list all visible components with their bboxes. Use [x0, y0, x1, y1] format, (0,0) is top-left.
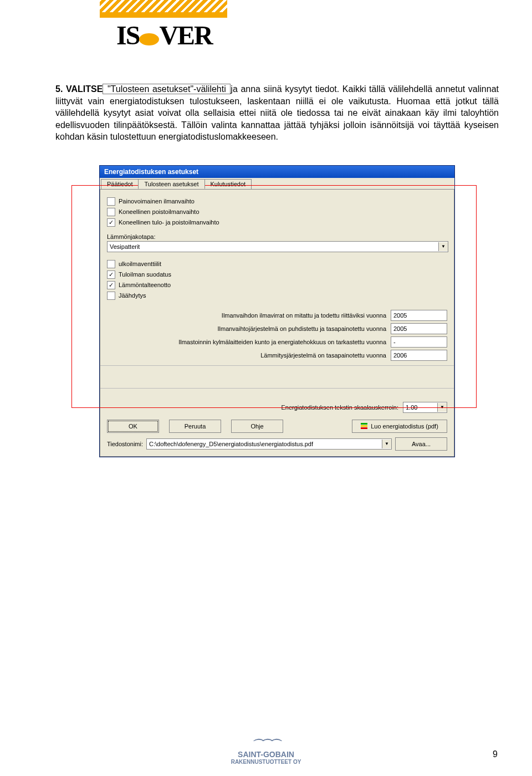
dialog-titlebar[interactable]: Energiatodistuksen asetukset — [100, 166, 454, 178]
checkbox-label: Painovoimainen ilmanvaihto — [119, 198, 195, 205]
isover-logo: ISVER — [116, 20, 212, 50]
combobox-value: 1.00 — [403, 404, 437, 411]
checkbox-ulkoilmaventtiilit[interactable] — [107, 260, 115, 268]
cancel-button[interactable]: Peruuta — [169, 420, 221, 433]
page-number: 9 — [493, 749, 498, 759]
year2-label: Ilmanvaihtojärjestelmä on puhdistettu ja… — [217, 325, 386, 332]
combobox-value: C:\doftech\dofenergy_D5\energiatodistus\… — [147, 441, 382, 447]
header-stripe-pattern — [100, 0, 227, 12]
filename-combobox[interactable]: C:\doftech\dofenergy_D5\energiatodistus\… — [146, 438, 392, 450]
footer-brand: SAINT-GOBAIN — [231, 750, 301, 759]
tab-panel: Painovoimainen ilmanvaihto Koneellinen p… — [100, 189, 454, 457]
checkbox-painovoimainen[interactable] — [107, 197, 115, 206]
header-stripe-solid — [100, 12, 227, 18]
logo-dot-icon — [139, 33, 159, 45]
instruction-paragraph: 5. VALITSE "Tulosteen asetukset"-välileh… — [55, 83, 499, 143]
create-pdf-button[interactable]: Luo energiatodistus (pdf) — [352, 420, 447, 433]
checkbox-label: Tuloilman suodatus — [119, 271, 171, 278]
ok-button[interactable]: OK — [107, 420, 159, 433]
checkbox-jaahdytys[interactable] — [107, 292, 115, 300]
tab-name-inline: "Tulosteen asetukset"-välilehti — [103, 84, 231, 94]
year4-input[interactable]: 2006 — [391, 350, 447, 361]
scale-label: Energiatodistuksen tekstin skaalauskerro… — [281, 404, 398, 411]
year3-label: Ilmastoinnin kylmälaitteiden kunto ja en… — [178, 339, 386, 345]
tab-paatiedot[interactable]: Päätiedot — [101, 179, 139, 189]
saint-gobain-logo: ⌒⌒⌒ SAINT-GOBAIN RAKENNUSTUOTTEET OY — [231, 737, 301, 765]
checkbox-koneellinen-poisto[interactable] — [107, 208, 115, 216]
chevron-down-icon[interactable]: ▼ — [437, 403, 447, 412]
year1-input[interactable]: 2005 — [391, 310, 447, 321]
checkbox-lammontalteenotto[interactable] — [107, 281, 115, 289]
filename-label: Tiedostonimi: — [107, 441, 143, 447]
energy-rating-icon — [361, 423, 367, 429]
checkbox-label: Koneellinen tulo- ja poistoilmanvaihto — [119, 219, 219, 226]
chevron-down-icon[interactable]: ▼ — [382, 440, 391, 448]
page-header: ISVER — [55, 0, 499, 69]
divider — [100, 365, 454, 366]
lammonjakotapa-combobox[interactable]: Vesipatterit ▼ — [107, 241, 448, 252]
settings-dialog: Energiatodistuksen asetukset Päätiedot T… — [99, 165, 455, 457]
year1-label: Ilmanvaihdon ilmavirrat on mitattu ja to… — [222, 312, 386, 319]
tabs: Päätiedot Tulosteen asetukset Kulutustie… — [100, 178, 454, 189]
checkbox-tuloilman-suodatus[interactable] — [107, 270, 115, 279]
combobox-value: Vesipatterit — [108, 243, 438, 250]
open-button[interactable]: Avaa... — [395, 437, 447, 451]
checkbox-label: Koneellinen poistoilmanvaihto — [119, 208, 200, 215]
help-button[interactable]: Ohje — [231, 420, 283, 433]
tab-tulosteen-asetukset[interactable]: Tulosteen asetukset — [138, 179, 204, 189]
divider — [100, 388, 454, 389]
chevron-down-icon[interactable]: ▼ — [438, 242, 448, 251]
step-lead: 5. VALITSE — [55, 84, 103, 94]
scale-combobox[interactable]: 1.00 ▼ — [403, 402, 447, 413]
footer-sub: RAKENNUSTUOTTEET OY — [231, 759, 301, 765]
lammonjakotapa-label: Lämmönjakotapa: — [107, 233, 447, 240]
checkbox-label: ulkoilmaventtiilit — [119, 261, 161, 267]
checkbox-label: Lämmöntalteenotto — [119, 282, 171, 288]
year4-label: Lämmitysjärjestelmä on tasapainotettu vu… — [260, 352, 386, 359]
year3-input[interactable]: - — [391, 336, 447, 348]
year2-input[interactable]: 2005 — [391, 323, 447, 334]
page-footer: ⌒⌒⌒ SAINT-GOBAIN RAKENNUSTUOTTEET OY — [0, 737, 532, 765]
checkbox-label: Jäähdytys — [119, 292, 146, 299]
checkbox-koneellinen-tulo-poisto[interactable] — [107, 218, 115, 227]
tab-kulutustiedot[interactable]: Kulutustiedot — [204, 179, 252, 189]
